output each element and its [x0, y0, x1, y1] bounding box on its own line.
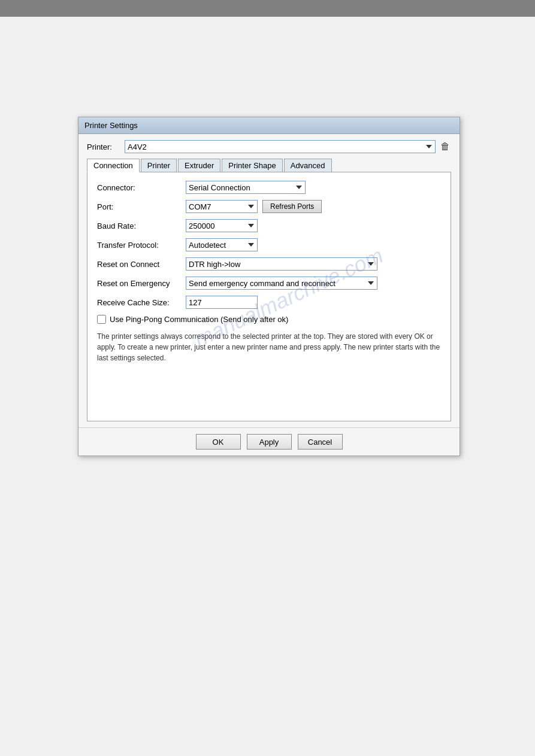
dialog-body: Printer: A4V2 🗑 Connection Printer Extru — [78, 134, 460, 427]
apply-button[interactable]: Apply — [247, 434, 292, 450]
top-bar — [0, 0, 535, 17]
tab-content-connection: Connector: Serial Connection Port: COM7 … — [87, 172, 451, 421]
tab-printer-shape[interactable]: Printer Shape — [222, 159, 283, 172]
printer-row: Printer: A4V2 🗑 — [87, 140, 451, 153]
page-wrapper: Printer Settings Printer: A4V2 🗑 Connect… — [0, 0, 535, 756]
cache-input[interactable] — [186, 296, 258, 309]
tabs-row: Connection Printer Extruder Printer Shap… — [87, 158, 451, 172]
tab-connection[interactable]: Connection — [87, 159, 140, 172]
reset-emergency-select[interactable]: Send emergency command and reconnect — [186, 277, 377, 290]
pingpong-checkbox[interactable] — [97, 315, 106, 324]
reset-connect-select[interactable]: DTR high->low — [186, 257, 377, 271]
spacer — [97, 363, 441, 411]
refresh-ports-button[interactable]: Refresh Ports — [262, 200, 322, 213]
reset-connect-row: Reset on Connect DTR high->low — [97, 257, 441, 271]
port-select[interactable]: COM7 — [186, 200, 258, 213]
baud-label: Baud Rate: — [97, 221, 181, 230]
reset-connect-label: Reset on Connect — [97, 260, 181, 269]
connector-row: Connector: Serial Connection — [97, 181, 441, 194]
cache-row: Receive Cache Size: — [97, 296, 441, 309]
dialog-titlebar: Printer Settings — [78, 117, 460, 134]
connector-select[interactable]: Serial Connection — [186, 181, 306, 194]
connector-label: Connector: — [97, 183, 181, 192]
transfer-select[interactable]: Autodetect — [186, 238, 258, 251]
reset-emergency-label: Reset on Emergency — [97, 279, 181, 288]
cancel-button[interactable]: Cancel — [298, 434, 343, 450]
printer-label: Printer: — [87, 142, 120, 151]
tab-printer[interactable]: Printer — [141, 159, 177, 172]
port-label: Port: — [97, 202, 181, 211]
tab-advanced[interactable]: Advanced — [284, 159, 332, 172]
reset-emergency-row: Reset on Emergency Send emergency comman… — [97, 277, 441, 290]
printer-select[interactable]: A4V2 — [125, 140, 436, 153]
printer-settings-dialog: Printer Settings Printer: A4V2 🗑 Connect… — [78, 117, 460, 456]
baud-row: Baud Rate: 250000 — [97, 219, 441, 232]
dialog-title: Printer Settings — [84, 121, 138, 130]
delete-icon[interactable]: 🗑 — [439, 141, 451, 153]
dialog-footer: OK Apply Cancel — [78, 427, 460, 456]
info-text: The printer settings always correspond t… — [97, 331, 441, 363]
transfer-row: Transfer Protocol: Autodetect — [97, 238, 441, 251]
cache-label: Receive Cache Size: — [97, 298, 181, 307]
transfer-label: Transfer Protocol: — [97, 241, 181, 250]
port-row: Port: COM7 Refresh Ports — [97, 200, 441, 213]
printer-select-wrapper: A4V2 🗑 — [125, 140, 451, 153]
ok-button[interactable]: OK — [196, 434, 241, 450]
pingpong-row: Use Ping-Pong Communication (Send only a… — [97, 315, 441, 324]
tab-extruder[interactable]: Extruder — [178, 159, 220, 172]
baud-select[interactable]: 250000 — [186, 219, 258, 232]
pingpong-label: Use Ping-Pong Communication (Send only a… — [110, 315, 288, 324]
